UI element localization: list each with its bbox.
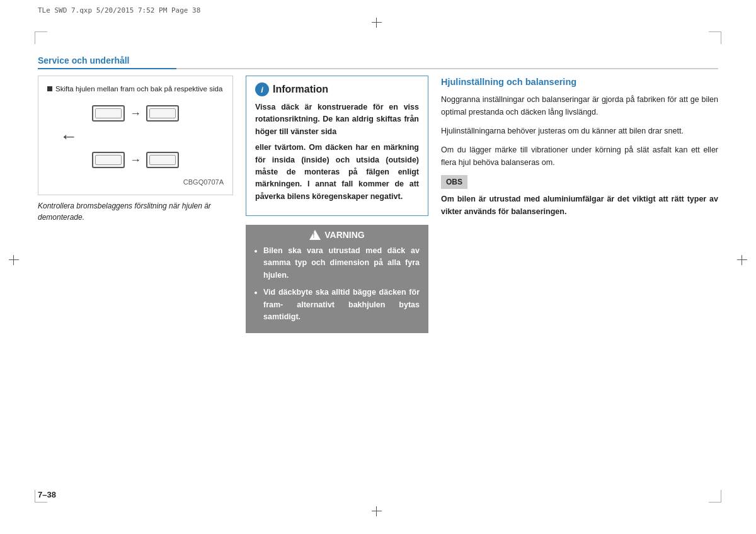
wheel-top-left [92,105,125,122]
middle-column: i Information Vissa däck är konstruerade… [246,76,428,333]
info-text: Vissa däck är konstruerade för en viss r… [255,101,419,203]
diagram-caption: Skifta hjulen mellan fram och bak på res… [47,85,224,93]
warning-item-1: Bilen ska vara utrustad med däck av samm… [263,245,420,281]
right-section-heading: Hjulinställning och balansering [441,76,718,88]
wheel-inner-top-right [149,108,176,118]
right-para1: Noggranna inställningar och balanseringa… [441,93,718,118]
tire-rotation-diagram: → ← → [47,99,224,174]
info-para2: eller tvärtom. Om däcken har en märkning… [255,143,419,201]
bottom-wheel-row: → [92,152,179,168]
caption-bullet-icon [47,86,52,91]
info-para1: Vissa däck är konstruerade för en viss r… [255,103,419,136]
section-bar-line [176,68,718,69]
top-wheel-row: → [92,105,179,122]
arrow-right-top-icon: → [130,107,141,120]
diagram-footnote: Kontrollera bromsbelaggens förslitning n… [38,200,233,223]
info-title: i Information [255,82,419,96]
diagram-box: Skifta hjulen mellan fram och bak på res… [38,76,233,195]
warning-title: VARNING [255,230,420,240]
arrow-left-large-icon: ← [60,127,77,147]
wheel-inner-bottom-left [95,155,122,165]
corner-mark-tl [35,31,47,44]
obs-label: OBS [441,175,467,189]
warning-triangle-icon [309,230,321,240]
section-title: Service och underhåll [38,55,176,69]
info-title-text: Information [273,84,328,95]
diagram-code: CBGQ0707A [47,178,224,186]
corner-mark-br [709,490,721,503]
cross-right-mid-icon [737,255,747,265]
left-column: Skifta hjulen mellan fram och bak på res… [38,76,233,333]
arrow-right-bottom-icon: → [130,154,141,167]
warning-text: Bilen ska vara utrustad med däck av samm… [255,245,420,323]
warning-box: VARNING Bilen ska vara utrustad med däck… [246,225,428,333]
page-number: 7–38 [38,490,56,499]
wheel-inner-top-left [95,108,122,118]
header-meta: TLe SWD 7.qxp 5/20/2015 7:52 PM Page 38 [38,6,200,14]
arrow-left-container: ← [47,125,224,148]
right-column: Hjulinställning och balansering Noggrann… [441,76,718,333]
info-icon: i [255,82,269,96]
warning-list: Bilen ska vara utrustad med däck av samm… [255,245,420,323]
cross-bottom-center-icon [372,506,382,516]
right-para2: Hjulinställningarna behöver justeras om … [441,125,718,137]
cross-top-center-icon [372,18,382,28]
info-box: i Information Vissa däck är konstruerade… [246,76,428,216]
right-para3: Om du lägger märke till vibrationer unde… [441,144,718,169]
cross-left-mid-icon [9,255,19,265]
caption-text: Skifta hjulen mellan fram och bak på res… [55,85,222,93]
wheel-bottom-right [146,152,179,168]
corner-mark-tr [709,31,721,44]
wheel-bottom-left [92,152,125,168]
warning-title-text: VARNING [324,230,365,240]
section-bar: Service och underhåll [38,55,718,69]
wheel-top-right [146,105,179,122]
wheel-inner-bottom-right [149,155,176,165]
warning-item-2: Vid däckbyte ska alltid bägge däcken för… [263,287,420,323]
obs-text: Om bilen är utrustad med aluminiumfälgar… [441,193,718,218]
main-content: Skifta hjulen mellan fram och bak på res… [38,76,718,333]
